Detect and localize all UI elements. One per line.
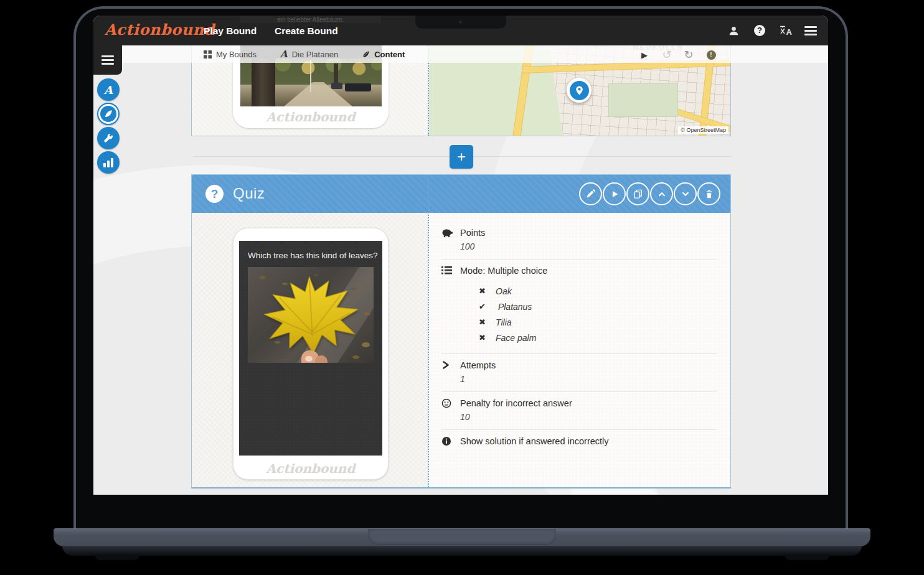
attempts-value: 1 [460,373,717,385]
option-label: Oak [496,286,512,296]
street-photo [240,58,382,106]
add-element-button[interactable]: + [450,145,473,169]
stats-icon [103,158,113,167]
menu-icon[interactable] [803,23,818,38]
lamp-post [310,60,311,92]
svg-text:A: A [786,27,793,37]
alert-glyph: ! [707,50,716,60]
breadcrumb-my-bounds[interactable]: My Bounds [204,50,257,59]
penalty-label: Penalty for incorrect answer [460,398,717,409]
quiz-card-header: ? Quiz [192,175,730,213]
breadcrumb-bound[interactable]: A Die Platanen [280,49,338,60]
nav-create-bound[interactable]: Create Bound [275,26,338,37]
play-icon[interactable]: ▶ [638,48,651,62]
trash-icon [704,189,714,199]
quiz-settings-panel: Points 100 [429,213,730,487]
move-up-button[interactable] [650,182,673,205]
quiz-actions [579,182,720,205]
sidebar-item-bound[interactable]: A [97,78,120,101]
meh-face-icon [441,398,460,423]
preview-play-button[interactable] [603,182,626,205]
card-divider [428,175,429,487]
laptop-base-scoop [368,529,556,545]
solution-label: Show solution if answered incorrectly [460,436,717,447]
camera-icon [459,21,462,24]
quiz-preview-panel: Which tree has this kind of leaves? [192,213,428,487]
phone-watermark: Actionbound [233,461,388,476]
yellow-leaf [255,269,367,363]
feather-icon [100,106,116,122]
menu-icon [101,54,114,67]
help-glyph: ? [754,25,765,36]
scrolled-preview-text: ein beliebter Alleebaum. [240,16,381,23]
attempts-label: Attempts [460,360,717,372]
delete-button[interactable] [697,182,720,205]
stage: Actionbound NEUKÖLLN [0,0,924,575]
phone-watermark: Actionbound [233,110,389,124]
grid-icon [204,50,212,58]
answer-option: ✖ Tilia [479,314,717,330]
nav-play-bound[interactable]: Play Bound [204,26,257,37]
points-label: Points [460,227,717,239]
breadcrumb-content[interactable]: Content [362,50,405,59]
sidebar-menu-toggle[interactable] [93,45,122,75]
undo-glyph: ↺ [662,48,671,62]
wrong-icon: ✖ [479,317,488,327]
map-location-pin[interactable] [567,78,592,103]
edit-button[interactable] [579,182,602,205]
leaf-photo [248,267,374,363]
play-glyph: ▶ [641,50,648,60]
translate-icon[interactable]: A [778,23,793,38]
sidebar-item-content-active[interactable] [97,103,120,125]
wrong-icon: ✖ [479,286,488,296]
quiz-type-icon: ? [205,185,224,203]
check-icon: ✔ [479,302,488,311]
parked-car [345,83,371,91]
chevron-down-icon [681,189,691,199]
move-down-button[interactable] [674,182,697,205]
help-icon[interactable]: ? [752,23,767,38]
laptop-base [54,528,870,546]
sidebar-item-settings[interactable] [97,127,120,149]
option-label: Tilia [496,317,512,327]
option-label: Face palm [496,333,536,343]
info-icon [441,436,460,447]
points-value: 100 [460,241,717,252]
app-logo[interactable]: Actionbound [105,21,215,39]
mode-row: Mode: Multiple choice ✖ Oak ✔ Platanus [441,259,717,354]
points-row: Points 100 [441,222,717,259]
wrench-icon [103,133,113,143]
option-label: Platanus [496,302,532,312]
scrolled-preview-strip: ein beliebter Alleebaum. [240,16,381,23]
sidebar-item-results[interactable] [97,151,120,174]
duplicate-button[interactable] [626,182,649,205]
user-icon[interactable] [726,23,741,38]
breadcrumb: My Bounds A Die Platanen Content [93,45,828,63]
bound-a-icon: A [280,49,288,60]
pencil-icon [585,189,596,199]
redo-icon[interactable]: ↻ [682,48,695,62]
wrong-icon: ✖ [479,333,488,342]
map-park-area [608,83,678,117]
copy-icon [633,189,643,199]
app-screen: Actionbound NEUKÖLLN [93,16,828,495]
phone-preview-quiz: Which tree has this kind of leaves? [233,228,389,480]
play-icon [610,189,620,199]
alert-icon[interactable]: ! [704,48,718,62]
undo-icon[interactable]: ↺ [660,48,674,62]
feather-icon [362,50,370,58]
phone-screen: Which tree has this kind of leaves? [239,241,382,456]
bound-a-icon: A [104,83,113,96]
chevron-separator-icon [347,48,353,60]
quiz-question-text: Which tree has this kind of leaves? [248,251,378,260]
solution-row: Show solution if answered incorrectly [441,430,717,454]
answer-options: ✖ Oak ✔ Platanus ✖ Tilia [479,283,717,345]
laptop-foot-right [785,554,829,560]
mode-label: Mode: Multiple choice [460,265,717,277]
chevron-right-icon [441,360,460,385]
answer-option: ✔ Platanus [479,299,717,314]
tree-trunk [252,58,275,106]
map-attribution: © OpenStreetMap [678,126,728,134]
quiz-card-title: Quiz [233,185,265,202]
laptop-foot-left [95,554,139,560]
